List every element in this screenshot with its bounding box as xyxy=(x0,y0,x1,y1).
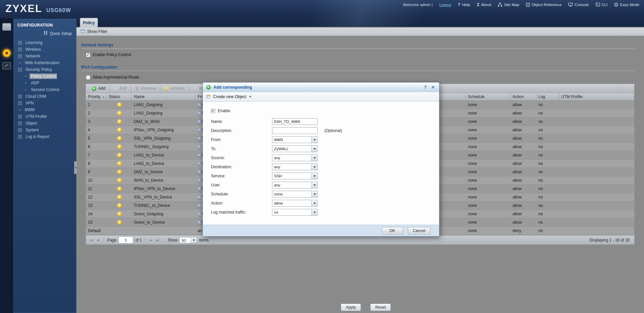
menu-item-help[interactable]: ?Help xyxy=(458,2,470,7)
sidebar-collapse-handle[interactable]: ◀ xyxy=(74,161,77,174)
sidebar-item-policy-control[interactable]: +Policy Control xyxy=(13,73,76,80)
cell-log: no xyxy=(536,134,559,142)
first-page-icon: |◀ xyxy=(89,238,94,242)
status-on-bulb-icon xyxy=(117,111,121,115)
dialog-help-icon[interactable]: ? xyxy=(423,85,428,90)
cell-name: Guest_Outgoing xyxy=(132,210,196,218)
apply-button[interactable]: Apply xyxy=(341,304,361,311)
expand-icon[interactable]: + xyxy=(18,54,22,58)
cell-log: no xyxy=(536,227,559,235)
user-select[interactable]: any xyxy=(272,182,318,188)
sidebar-item-security-policy[interactable]: −Security Policy xyxy=(13,66,76,73)
sidebar-item-session-control[interactable]: +Session Control xyxy=(13,86,76,93)
ok-button[interactable]: OK xyxy=(382,227,403,234)
column-header-action[interactable]: Action xyxy=(511,93,536,100)
column-header-utm-profile[interactable]: UTM Profile xyxy=(559,93,634,100)
column-header-priority[interactable]: Priority▲ xyxy=(86,93,107,100)
column-header-log[interactable]: Log xyxy=(536,93,559,100)
cell-action: allow xyxy=(511,168,536,176)
expand-icon[interactable]: + xyxy=(18,41,22,45)
expand-icon[interactable]: + xyxy=(18,48,22,51)
field-row-to: To:ZyWALL xyxy=(211,144,432,153)
next-page-icon: ▶ xyxy=(149,238,153,242)
source-select[interactable]: any xyxy=(272,154,318,161)
chevron-down-icon xyxy=(311,146,317,152)
cell-value: none xyxy=(468,170,477,174)
object-icon xyxy=(198,120,201,123)
dialog-close-icon[interactable]: ✕ xyxy=(430,85,436,90)
expand-icon[interactable]: + xyxy=(18,122,22,125)
menu-item-cli[interactable]: CLI xyxy=(596,3,608,7)
cell-name: LAN1_Outgoing xyxy=(132,101,196,109)
action-select[interactable]: allow xyxy=(272,200,318,207)
add-button[interactable]: +Add xyxy=(88,85,110,92)
cancel-button[interactable]: Cancel xyxy=(408,227,430,234)
rail-dashboard-icon[interactable] xyxy=(2,23,11,31)
menu-item-console[interactable]: Console xyxy=(568,3,589,7)
sidebar-item-bwm[interactable]: +BWM xyxy=(13,106,76,113)
allow-asymmetrical-route-checkbox[interactable] xyxy=(86,75,90,80)
sidebar-item-system[interactable]: +System xyxy=(13,127,76,133)
show-filter-toggle[interactable]: Show Filter xyxy=(76,27,644,36)
menu-item-object-reference[interactable]: Object Reference xyxy=(526,3,562,7)
collapse-icon[interactable]: − xyxy=(18,68,22,72)
service-select[interactable]: SSH xyxy=(272,173,318,179)
from-select[interactable]: WAN xyxy=(272,136,318,143)
expand-icon[interactable]: + xyxy=(18,115,22,119)
enable-checkbox[interactable]: ✔ xyxy=(211,109,215,113)
sidebar-item-licensing[interactable]: +Licensing xyxy=(13,39,76,46)
rail-configuration-icon[interactable] xyxy=(2,49,11,57)
rail-maintenance-icon[interactable] xyxy=(2,62,11,70)
description-input[interactable] xyxy=(272,127,318,134)
quick-setup-button[interactable]: Quick Setup xyxy=(13,28,76,39)
sidebar-item-vpn[interactable]: +VPN xyxy=(13,100,76,106)
schedule-select[interactable]: none xyxy=(272,191,318,197)
sidebar-item-web-authentication[interactable]: +Web Authentication xyxy=(13,59,76,66)
to-select[interactable]: ZyWALL xyxy=(272,145,318,152)
object-icon xyxy=(198,111,201,115)
expand-icon[interactable]: + xyxy=(18,101,22,105)
cell-schedule: none xyxy=(466,193,511,201)
cell-value: no xyxy=(538,153,543,158)
sidebar-item-network[interactable]: +Network xyxy=(13,53,76,59)
page-size-value: 50 xyxy=(180,237,191,243)
create-new-object-menu[interactable]: Create new Object ▼ xyxy=(203,92,439,102)
show-label: Show xyxy=(167,238,177,242)
destination-select[interactable]: any xyxy=(272,164,318,170)
select-value: allow xyxy=(272,200,311,206)
column-header-schedule[interactable]: Schedule xyxy=(466,93,511,100)
sidebar-item-log-report[interactable]: +Log & Report xyxy=(13,133,76,140)
expand-icon[interactable]: + xyxy=(18,95,22,98)
log-matched-traffic-select[interactable]: no xyxy=(272,209,318,216)
menu-item-about[interactable]: ZAbout xyxy=(477,2,491,7)
field-row-name: Name: xyxy=(211,117,432,126)
logout-link[interactable]: Logout xyxy=(439,3,451,7)
enable-label: Enable xyxy=(218,108,230,113)
cell-status xyxy=(107,210,132,218)
sidebar-item-wireless[interactable]: +Wireless xyxy=(13,46,76,53)
column-header-status[interactable]: Status xyxy=(107,93,132,100)
menu-item-easy-mode[interactable]: Easy Mode xyxy=(614,3,639,7)
enable-policy-control-checkbox[interactable]: ✔ xyxy=(86,53,90,57)
menu-label: Site Map xyxy=(504,3,519,7)
menu-item-site-map[interactable]: Site Map xyxy=(498,3,519,7)
sidebar-item-utm-profile[interactable]: +UTM Profile xyxy=(13,113,76,120)
tab-policy[interactable]: Policy xyxy=(80,18,98,28)
sidebar-item-cloud-cnm[interactable]: +Cloud CNM xyxy=(13,93,76,100)
page-input[interactable] xyxy=(118,236,133,243)
cell-value: none xyxy=(468,212,477,216)
cell-value: 8 xyxy=(88,161,90,166)
reset-button[interactable]: Reset xyxy=(370,304,391,311)
expand-icon[interactable]: + xyxy=(18,128,22,132)
leaf-icon: + xyxy=(24,88,27,92)
column-header-name[interactable]: Name xyxy=(132,93,196,100)
page-size-select[interactable]: 50 xyxy=(179,237,197,243)
cell-value: DMZ_to_Device xyxy=(134,170,163,174)
select-value: any xyxy=(272,182,311,188)
expand-icon[interactable]: + xyxy=(18,135,22,139)
sidebar-item-object[interactable]: +Object xyxy=(13,120,76,127)
cell-action: allow xyxy=(511,109,536,117)
cell-value: allow xyxy=(513,203,522,208)
name-input[interactable] xyxy=(272,118,318,125)
sidebar-item-adp[interactable]: +ADP xyxy=(13,80,76,86)
